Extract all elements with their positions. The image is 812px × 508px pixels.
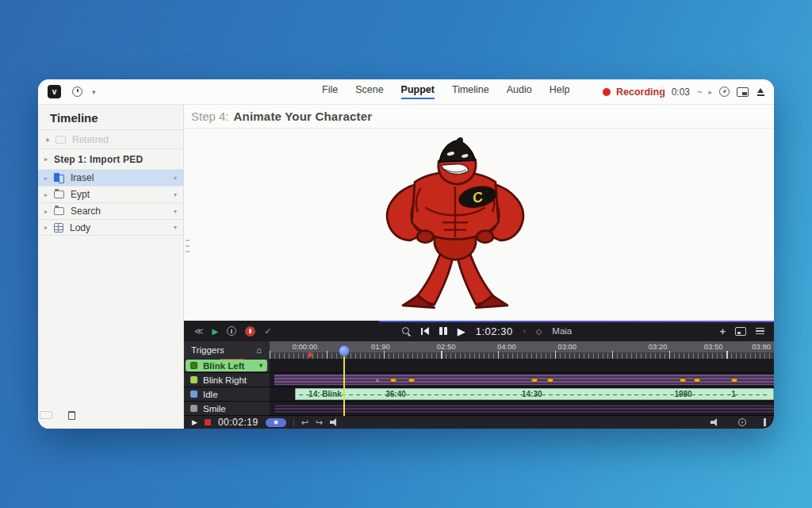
track-lane-blink-left[interactable] [270,359,774,372]
keyframe-dot[interactable] [390,378,397,383]
track-label-blink-right[interactable]: Blink Right [184,373,270,387]
ruler-tick-label: 04:00 [497,342,516,351]
chevron-down-icon[interactable]: ▾ [174,191,177,198]
take-segment-label: 1 [731,390,736,398]
menu-timeline[interactable]: Timeline [452,84,489,99]
track-row-idle: Idle 14: Blink 36:40 14:30 1980 1 [184,387,774,402]
triggers-label: Triggers [191,345,224,355]
cursor-icon[interactable]: ▶ [192,418,197,426]
selected-track-pill[interactable]: Blink Left ▾ [186,360,267,371]
sidebar-item-irasel[interactable]: ▸ Irasel ▾ [38,169,183,186]
chevron-down-icon[interactable]: ▾ [92,88,96,96]
camera-toggle-pill[interactable] [266,418,286,427]
sidebar-item-label: Irasel [71,172,94,183]
step-title: Animate Your Character [234,110,373,123]
track-swatch [190,405,197,412]
menu-file[interactable]: File [322,84,338,99]
chevron-down-icon[interactable]: ▾ [174,175,177,182]
sidebar-item-retetred[interactable]: ▲ Retetred [38,129,183,148]
sidebar-item-lody[interactable]: ▸ Lody ▾ [38,219,183,236]
keyframe-diamond-icon: ◇ [536,327,542,336]
folder-icon [54,207,64,215]
play-icon[interactable]: ▶ [458,325,465,337]
chevron-down-icon[interactable]: ▾ [174,224,177,231]
menu-puppet[interactable]: Puppet [401,84,435,99]
track-lane-smile[interactable] [270,402,774,415]
home-icon[interactable]: ⌂ [256,345,262,355]
sidebar-item-eypt[interactable]: ▸ Eypt ▾ [38,186,183,202]
stop-icon[interactable] [205,419,211,425]
scrub-icon[interactable]: ~ [697,87,701,97]
keyframe-dot[interactable] [408,378,415,383]
chevron-right-icon[interactable]: ▸ [708,88,712,96]
sidebar-title: Timeline [38,105,183,129]
divider [662,86,663,98]
sidebar-item-search[interactable]: ▸ Search ▾ [38,202,183,219]
keyframe-dot[interactable] [530,378,538,383]
playhead-line[interactable] [343,356,345,416]
caret-icon: ▸ [44,224,54,231]
chevron-down-icon[interactable]: ▾ [174,208,177,215]
sidebar-item-label: Search [71,206,101,217]
keyframe-dot[interactable] [546,378,553,383]
track-label-idle[interactable]: Idle [184,387,270,401]
session-time: 0:03 [672,87,690,98]
pip-icon[interactable] [737,87,749,97]
sidebar-item-step1[interactable]: ▸ Step 1: Import PED [38,148,183,169]
speaker-icon[interactable] [330,418,340,426]
caret-icon: ▸ [44,156,54,163]
transport-center-group: ▶ 1:02:30 › ◇ Maia [402,325,572,337]
history-clock-icon[interactable] [72,87,82,97]
ruler-tick-label: 0:00:00 [293,342,318,351]
take-bar-smile[interactable] [274,405,774,412]
menu-help[interactable]: Help [550,84,570,99]
download-circle-icon[interactable] [227,326,236,336]
check-icon[interactable]: ✓ [264,326,271,337]
record-mic-icon[interactable] [245,326,255,337]
grid-icon [54,223,63,233]
track-name: Smile [203,404,226,414]
list-icon[interactable] [756,328,764,335]
track-label-blink-left[interactable]: Blink Left ▾ [184,359,270,372]
take-segment-label: 1980 [674,390,691,398]
menu-audio[interactable]: Audio [507,84,532,99]
sidebar-item-label: Eypt [71,189,90,200]
track-row-blink-right: Blink Right » [184,373,774,387]
playhead-handle[interactable] [339,345,350,356]
character-puppet: C [366,135,545,316]
take-segment-label: 14:30 [522,390,542,398]
zoom-icon[interactable] [402,327,411,336]
menu-scene[interactable]: Scene [355,84,383,99]
track-lane-idle[interactable]: 14: Blink 36:40 14:30 1980 1 [270,387,774,401]
rewind-icon[interactable]: ≪ [194,326,204,337]
chevron-right-icon: › [523,327,526,335]
redo-icon[interactable]: ↪ [316,418,323,428]
recording-indicator[interactable]: Recording [603,87,665,98]
keyframe-dot[interactable] [694,378,701,383]
chevron-down-icon[interactable]: ▾ [259,362,262,369]
snapshot-icon[interactable] [735,327,746,336]
marker-bar-icon[interactable] [764,418,766,426]
keyframe-dot[interactable] [730,378,737,383]
speaker-icon[interactable] [710,418,721,426]
undo-icon[interactable]: ↩ [301,418,308,428]
scene-name[interactable]: Maia [552,326,572,336]
divider [293,418,294,426]
keyframe-dot[interactable] [679,378,686,383]
skip-start-icon[interactable] [421,327,429,335]
buffer-progress-line [379,321,774,322]
footer-right-group [710,418,766,426]
clock-icon[interactable] [719,87,730,97]
eject-icon[interactable] [756,87,766,97]
track-name: Blink Left [203,361,244,371]
play-small-icon[interactable]: ▶ [213,327,219,336]
ruler-tick-label: 03:80 [752,342,771,351]
track-lane-blink-right[interactable]: » [270,373,774,387]
record-circle-icon[interactable] [738,418,746,426]
window-mini-icon[interactable] [68,411,75,420]
app-logo[interactable]: v [48,85,61,98]
add-icon[interactable]: + [719,325,726,337]
pause-icon[interactable] [439,327,447,335]
ruler-tick-label: 03:00 [557,342,576,351]
track-label-smile[interactable]: Smile [184,402,270,415]
